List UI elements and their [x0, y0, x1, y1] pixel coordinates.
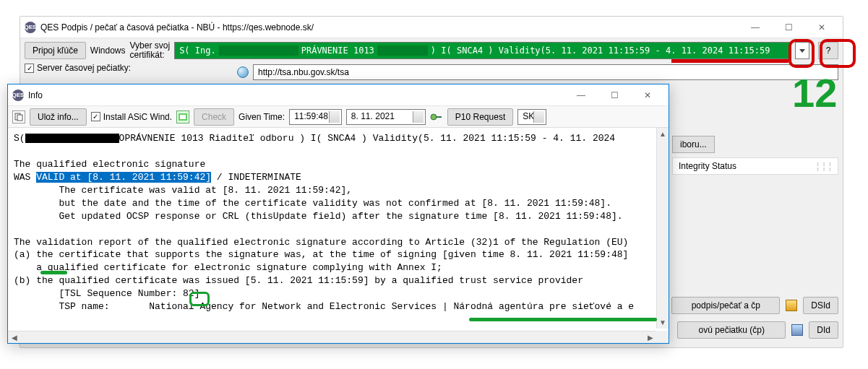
bottom-row-2: ovú pečiatku (čp) DId [677, 321, 838, 339]
cert-combo[interactable]: S( Ing. PRÁVNENIE 1013 ) I( SNCA4 ) Vali… [174, 42, 791, 59]
info-text[interactable]: S(OPRÁVNENIE 1013 Riaditeľ odboru ) I( S… [8, 128, 669, 318]
info-window: QES Info — ☐ ✕ Ulož info... ✓ Install AS… [7, 84, 669, 344]
scroll-right-icon[interactable]: ▶ [644, 331, 656, 344]
p10-request-button[interactable]: P10 Request [447, 108, 513, 126]
help-label: ? [826, 45, 831, 56]
info-maximize-button[interactable]: ☐ [598, 85, 631, 105]
language-select[interactable]: SK [517, 109, 546, 125]
svg-rect-1 [17, 115, 22, 121]
subject-redacted [25, 134, 119, 143]
cert-mid: PRÁVNENIE 1013 [301, 45, 374, 56]
scroll-up-icon[interactable]: ▲ [657, 128, 669, 140]
selected-text: VALID at [8. 11. 2021 11:59:42] [36, 172, 211, 183]
main-title: QES Podpis / pečať a časová pečiatka - N… [40, 22, 739, 32]
url-field[interactable] [253, 64, 838, 80]
column-splitter-icon[interactable]: ¦ ¦ ¦ [817, 161, 832, 171]
info-window-controls: — ☐ ✕ [564, 85, 664, 105]
given-date-input[interactable]: 8. 11. 2021 [346, 109, 426, 125]
did-button[interactable]: DId [809, 321, 838, 339]
timestamp-button[interactable]: ovú pečiatku (čp) [677, 321, 786, 339]
info-scrollbar-horizontal[interactable]: ◀ ▶ [8, 331, 656, 343]
cert-redacted-2 [377, 45, 428, 56]
cert-status-icon [786, 300, 797, 311]
info-title: Info [28, 90, 564, 100]
scroll-down-icon[interactable]: ▼ [657, 316, 669, 329]
dsid-button[interactable]: DSId [803, 297, 838, 314]
given-time-label: Given Time: [239, 112, 285, 122]
calendar-icon[interactable] [176, 110, 189, 123]
timestamp-icon [791, 324, 803, 336]
chevron-down-icon [799, 49, 805, 53]
cert-label: Vyber svoj certifikát: [130, 41, 171, 60]
server-row: ✓ Server časovej pečiatky: [25, 63, 131, 73]
app-icon: QES [25, 22, 36, 33]
connect-keys-button[interactable]: Pripoj kľúče [25, 42, 86, 59]
info-body: S(OPRÁVNENIE 1013 Riaditeľ odboru ) I( S… [8, 128, 669, 329]
bottom-row-1: podpis/pečať a čp DSId [671, 297, 838, 314]
choose-file-tab[interactable]: iboru... [672, 136, 715, 153]
info-close-button[interactable]: ✕ [631, 85, 664, 105]
url-row [20, 63, 843, 83]
info-scrollbar-vertical[interactable]: ▲ ▼ [656, 128, 669, 329]
close-button[interactable]: ✕ [805, 17, 838, 38]
globe-icon [237, 66, 249, 78]
scroll-corner [656, 331, 669, 343]
info-toolbar: Ulož info... ✓ Install ASiC Wind. Check … [8, 106, 669, 128]
svg-rect-5 [436, 116, 442, 118]
svg-rect-3 [180, 115, 186, 119]
key-icon [430, 110, 443, 123]
os-label: Windows [90, 45, 126, 56]
svg-point-4 [431, 114, 437, 120]
main-titlebar: QES QES Podpis / pečať a časová pečiatka… [20, 17, 843, 38]
copy-icon[interactable] [12, 110, 25, 123]
help-button[interactable]: ? [818, 42, 838, 59]
install-asic-label: Install ASiC Wind. [103, 112, 172, 122]
install-asic-checkbox[interactable]: ✓ [91, 112, 100, 121]
check-button[interactable]: Check [194, 108, 234, 126]
info-app-icon: QES [12, 90, 24, 101]
scroll-left-icon[interactable]: ◀ [8, 331, 20, 344]
right-panel: iboru... Integrity Status ¦ ¦ ¦ podpis/p… [672, 136, 838, 343]
sign-seal-button[interactable]: podpis/pečať a čp [671, 297, 780, 314]
integrity-status-header: Integrity Status ¦ ¦ ¦ [672, 157, 838, 175]
maximize-button[interactable]: ☐ [772, 17, 805, 38]
cert-prefix: S( Ing. [179, 45, 216, 56]
window-controls: — ☐ ✕ [739, 17, 838, 38]
info-titlebar: QES Info — ☐ ✕ [8, 84, 669, 106]
tsl-sequence-number: 82 [177, 288, 194, 299]
save-info-button[interactable]: Ulož info... [30, 108, 87, 126]
server-checkbox[interactable]: ✓ [25, 64, 34, 73]
main-toolbar: Pripoj kľúče Windows Vyber svoj certifik… [20, 38, 843, 63]
minimize-button[interactable]: — [739, 17, 772, 38]
given-time-input[interactable]: 11:59:48 [289, 109, 342, 125]
cert-redacted-1 [219, 45, 298, 56]
cert-combo-arrow[interactable] [795, 42, 809, 59]
info-minimize-button[interactable]: — [564, 85, 598, 105]
cert-suffix: ) I( SNCA4 ) Validity(5. 11. 2021 11:15:… [431, 45, 770, 56]
server-label: Server časovej pečiatky: [37, 63, 131, 73]
integrity-status-label: Integrity Status [679, 161, 736, 171]
